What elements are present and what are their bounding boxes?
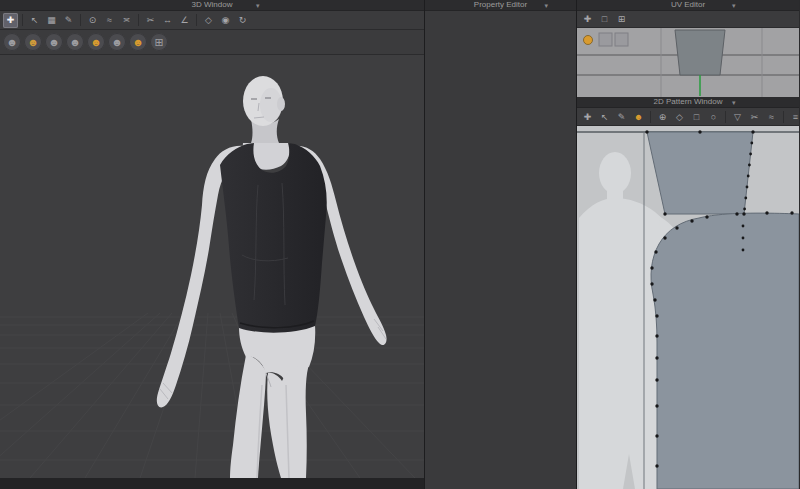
select-mesh-tool-icon[interactable]: ▦ (44, 13, 59, 28)
uv-toolbar: ✚□⊞ (577, 11, 799, 28)
toolbar-separator (783, 111, 784, 123)
transform-pattern-tool-icon[interactable]: ✚ (580, 109, 595, 124)
uv-editor-title: UV Editor (671, 0, 705, 10)
uv-pattern-piece[interactable] (675, 30, 725, 75)
flatten-tool-icon[interactable]: ◇ (201, 13, 216, 28)
measure-tool-icon[interactable]: ↔ (160, 13, 175, 28)
2d-pattern-title: 2D Pattern Window (654, 97, 723, 107)
edit-curvature-tool-icon[interactable]: ✎ (614, 109, 629, 124)
property-editor-header: Property Editor ▾ (425, 0, 576, 11)
pattern-piece-front-panel[interactable] (651, 213, 799, 489)
floor-grid (0, 313, 424, 478)
uv-tile-swatch[interactable] (599, 33, 612, 46)
property-editor-body (425, 11, 576, 489)
sewing-2d-tool-icon[interactable]: ≈ (764, 109, 779, 124)
uv-canvas (577, 28, 799, 97)
dart-tool-icon[interactable]: ▽ (730, 109, 745, 124)
3d-toolbar: ✚↖▦✎⊙≈≍✂↔∠◇◉↻ (0, 11, 424, 30)
free-sewing-tool-icon[interactable]: ≍ (119, 13, 134, 28)
sewing-tool-icon[interactable]: ≈ (102, 13, 117, 28)
avatar-3d[interactable] (157, 76, 387, 478)
avatar-ear (277, 97, 285, 111)
2d-pattern-canvas (577, 126, 799, 489)
angle-tool-icon[interactable]: ∠ (177, 13, 192, 28)
avatar-pose-icon[interactable]: ☻ (45, 33, 63, 51)
scissors-tool-icon[interactable]: ✂ (143, 13, 158, 28)
uv-texture-swatch[interactable] (584, 36, 593, 45)
tank-top-garment[interactable] (220, 143, 327, 333)
panel-property-editor: Property Editor ▾ (425, 0, 577, 489)
uv-tile-swatch[interactable] (615, 33, 628, 46)
pen-tool-icon[interactable]: ✎ (61, 13, 76, 28)
toolbar-separator (725, 111, 726, 123)
edit-pattern-tool-icon[interactable]: ↖ (597, 109, 612, 124)
camera-tool-icon[interactable]: ◉ (218, 13, 233, 28)
3d-scene (0, 55, 424, 478)
uv-editor-header: UV Editor ▾ (577, 0, 799, 11)
avatar-male-icon[interactable]: ☻ (66, 33, 84, 51)
uv-select-box-tool-icon[interactable]: □ (597, 12, 612, 27)
pin-tool-icon[interactable]: ⊙ (85, 13, 100, 28)
uv-transform-tool-icon[interactable]: ✚ (580, 12, 595, 27)
3d-window-bottom-bar (0, 478, 424, 489)
2d-pattern-menu-caret-icon[interactable]: ▾ (732, 98, 736, 108)
select-move-tool-icon[interactable]: ↖ (27, 13, 42, 28)
rectangle-tool-icon[interactable]: □ (689, 109, 704, 124)
uv-grid-tool-icon[interactable]: ⊞ (614, 12, 629, 27)
show-avatar-silhouette-icon[interactable]: ☻ (631, 109, 646, 124)
2d-pattern-workspace[interactable] (577, 126, 799, 489)
toolbar-separator (80, 14, 81, 26)
toolbar-separator (196, 14, 197, 26)
avatar-display-icon[interactable]: ☻ (3, 33, 21, 51)
toolbar-separator (22, 14, 23, 26)
polygon-tool-icon[interactable]: ◇ (672, 109, 687, 124)
3d-viewport[interactable] (0, 55, 424, 478)
property-editor-menu-caret-icon[interactable]: ▾ (545, 1, 549, 11)
gizmo-tool-icon[interactable]: ✚ (3, 13, 18, 28)
toolbar-separator (138, 14, 139, 26)
grading-tool-icon[interactable]: ≡ (788, 109, 800, 124)
avatar-female-icon[interactable]: ☻ (108, 33, 126, 51)
pattern-piece-yoke[interactable] (647, 132, 753, 214)
right-column: UV Editor ▾ ✚□⊞ 2D Pattern Window ▾ ✚↖✎ (577, 0, 799, 489)
uv-workspace[interactable] (577, 28, 799, 97)
uv-editor-menu-caret-icon[interactable]: ▾ (732, 1, 736, 11)
reset-view-tool-icon[interactable]: ↻ (235, 13, 250, 28)
3d-window-title: 3D Window (192, 0, 233, 10)
avatar-selected-icon[interactable]: ☻ (87, 33, 105, 51)
avatar-texture-icon[interactable]: ☻ (24, 33, 42, 51)
3d-window-header: 3D Window ▾ (0, 0, 424, 11)
panel-3d-window: 3D Window ▾ ✚↖▦✎⊙≈≍✂↔∠◇◉↻ ☻☻☻☻☻☻☻⊞ (0, 0, 425, 489)
circle-tool-icon[interactable]: ○ (706, 109, 721, 124)
add-point-tool-icon[interactable]: ⊕ (655, 109, 670, 124)
avatar-size-icon[interactable]: ☻ (129, 33, 147, 51)
app-window: 3D Window ▾ ✚↖▦✎⊙≈≍✂↔∠◇◉↻ ☻☻☻☻☻☻☻⊞ (0, 0, 800, 489)
property-editor-title: Property Editor (474, 0, 527, 10)
avatar-toolbar: ☻☻☻☻☻☻☻⊞ (0, 30, 424, 55)
avatar-measure-icon[interactable]: ⊞ (150, 33, 168, 51)
2d-pattern-header: 2D Pattern Window ▾ (577, 97, 799, 108)
2d-toolbar: ✚↖✎☻⊕◇□○▽✂≈≡∥ (577, 108, 799, 126)
3d-window-menu-caret-icon[interactable]: ▾ (256, 1, 260, 11)
scissors-2d-tool-icon[interactable]: ✂ (747, 109, 762, 124)
toolbar-separator (650, 111, 651, 123)
